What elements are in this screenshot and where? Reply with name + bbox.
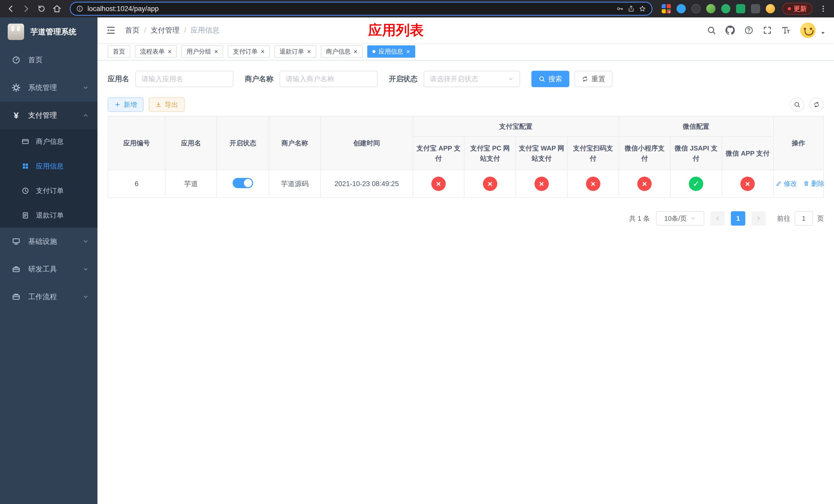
tab-process-form[interactable]: 流程表单× xyxy=(135,45,177,58)
browser-home-button[interactable] xyxy=(50,2,64,15)
sub-header-alipay-wap: 支付宝 WAP 网站支付 xyxy=(516,137,567,170)
status-toggle[interactable] xyxy=(233,178,253,188)
app-frame: 芋道管理系统 首页 系统管理 ¥ 支付管理 商户信息 应用信息 xyxy=(0,18,834,504)
help-icon[interactable] xyxy=(744,26,753,35)
pencil-icon xyxy=(776,181,782,187)
app-name-input[interactable] xyxy=(135,71,233,87)
tab-payment-order[interactable]: 支付订单× xyxy=(228,45,269,58)
browser-forward-button[interactable] xyxy=(20,2,33,15)
extensions-grid-icon[interactable]: 10 xyxy=(662,4,671,13)
reset-button[interactable]: 重置 xyxy=(574,71,612,87)
chevron-down-icon xyxy=(83,85,89,91)
close-icon[interactable]: × xyxy=(261,48,264,55)
delete-label: 删除 xyxy=(811,179,825,188)
tab-label: 首页 xyxy=(113,47,125,55)
browser-back-button[interactable] xyxy=(4,2,18,15)
github-icon[interactable] xyxy=(725,25,735,35)
next-page-button[interactable] xyxy=(751,211,766,226)
sidebar-logo[interactable]: 芋道管理系统 xyxy=(0,18,97,46)
browser-update-button[interactable]: 更新 xyxy=(782,3,812,15)
sidebar-item-label: 系统管理 xyxy=(28,83,57,93)
goto-page-input[interactable] xyxy=(794,211,813,226)
export-button[interactable]: 导出 xyxy=(149,97,185,112)
sidebar-item-merchant-info[interactable]: 商户信息 xyxy=(0,129,97,154)
browser-menu-button[interactable] xyxy=(816,2,830,15)
browser-extensions: 10 xyxy=(662,4,775,13)
merchant-name-label: 商户名称 xyxy=(245,74,273,84)
tab-app-info[interactable]: 应用信息× xyxy=(367,45,415,58)
sidebar-item-workflow[interactable]: 工作流程 xyxy=(0,283,97,311)
merchant-name-input[interactable] xyxy=(280,71,377,87)
emoji-extension-icon[interactable] xyxy=(766,4,775,13)
close-icon[interactable]: × xyxy=(214,48,218,55)
tab-home[interactable]: 首页 xyxy=(108,45,130,58)
prev-page-button[interactable] xyxy=(710,211,725,226)
tab-refund-order[interactable]: 退款订单× xyxy=(275,45,316,58)
sidebar-item-label: 基础设施 xyxy=(28,237,57,246)
sidebar-toggle-button[interactable] xyxy=(106,25,116,36)
avatar-extension-icon[interactable] xyxy=(706,4,716,13)
monitor-icon xyxy=(11,237,21,246)
row-actions: 修改 删除 xyxy=(776,179,825,188)
update-label: 更新 xyxy=(793,4,807,13)
sidebar-item-dev-tools[interactable]: 研发工具 xyxy=(0,255,97,283)
dashboard-icon xyxy=(11,55,21,64)
cell-merchant: 芋道源码 xyxy=(269,170,321,198)
tab-user-group[interactable]: 用户分组× xyxy=(181,45,223,58)
avatar-caret-icon[interactable] xyxy=(820,30,826,36)
close-icon[interactable]: × xyxy=(354,48,357,55)
status-select-placeholder: 请选择开启状态 xyxy=(430,74,478,84)
refresh-table-button[interactable] xyxy=(809,97,824,112)
sidebar-item-infrastructure[interactable]: 基础设施 xyxy=(0,228,97,255)
sidebar-item-home[interactable]: 首页 xyxy=(0,46,97,74)
sidebar-item-refund-order[interactable]: 退款订单 xyxy=(0,203,97,228)
password-key-icon[interactable] xyxy=(616,5,623,12)
pagination-total: 共 1 条 xyxy=(629,214,650,223)
search-icon[interactable] xyxy=(707,26,716,35)
chevron-down-icon xyxy=(508,76,514,82)
green-square-extension-icon[interactable] xyxy=(736,4,745,13)
close-icon[interactable]: × xyxy=(406,48,410,55)
chevron-down-icon xyxy=(83,266,89,272)
close-icon[interactable]: × xyxy=(307,48,311,55)
page-size-select[interactable]: 10条/页 xyxy=(656,211,704,226)
sidebar-item-app-info[interactable]: 应用信息 xyxy=(0,154,97,178)
breadcrumb-separator: / xyxy=(144,26,146,35)
delete-link[interactable]: 删除 xyxy=(803,179,825,188)
active-dot-icon xyxy=(372,50,375,53)
chevron-right-icon xyxy=(755,215,762,222)
dark-extension-icon[interactable] xyxy=(692,4,701,13)
sidebar-item-system[interactable]: 系统管理 xyxy=(0,74,97,101)
add-button[interactable]: 新增 xyxy=(108,97,144,112)
sidebar-item-label: 商户信息 xyxy=(36,137,64,146)
chevron-down-icon xyxy=(83,294,89,300)
close-icon[interactable]: × xyxy=(168,48,172,55)
breadcrumb-home[interactable]: 首页 xyxy=(125,25,139,35)
address-bar[interactable]: localhost:1024/pay/app xyxy=(70,2,653,16)
status-select[interactable]: 请选择开启状态 xyxy=(424,71,520,87)
toggle-search-button[interactable] xyxy=(790,97,804,112)
puzzle-extension-icon[interactable] xyxy=(751,4,760,13)
drop-extension-icon[interactable] xyxy=(677,4,686,13)
green-circle-extension-icon[interactable] xyxy=(721,4,730,13)
cell-created: 2021-10-23 08:49:25 xyxy=(321,170,413,198)
edit-link[interactable]: 修改 xyxy=(776,179,797,188)
bookmark-star-icon[interactable] xyxy=(639,5,646,12)
status-label: 开启状态 xyxy=(389,74,418,84)
reset-button-label: 重置 xyxy=(591,74,605,84)
page-info-icon[interactable] xyxy=(76,5,83,12)
breadcrumb-payment[interactable]: 支付管理 xyxy=(151,25,179,35)
sidebar-item-label: 退款订单 xyxy=(36,211,64,220)
user-avatar[interactable] xyxy=(800,23,815,38)
current-page-button[interactable]: 1 xyxy=(731,211,745,226)
tab-merchant-info[interactable]: 商户信息× xyxy=(321,45,363,58)
sidebar: 芋道管理系统 首页 系统管理 ¥ 支付管理 商户信息 应用信息 xyxy=(0,18,97,504)
font-size-icon[interactable] xyxy=(781,25,791,35)
share-icon[interactable] xyxy=(628,5,635,12)
sidebar-item-payment[interactable]: ¥ 支付管理 xyxy=(0,101,97,129)
alipay-pc-status-icon: × xyxy=(483,177,497,191)
fullscreen-icon[interactable] xyxy=(763,26,772,35)
search-button[interactable]: 搜索 xyxy=(531,71,569,87)
sidebar-item-payment-order[interactable]: 支付订单 xyxy=(0,178,97,203)
browser-reload-button[interactable] xyxy=(35,2,48,15)
